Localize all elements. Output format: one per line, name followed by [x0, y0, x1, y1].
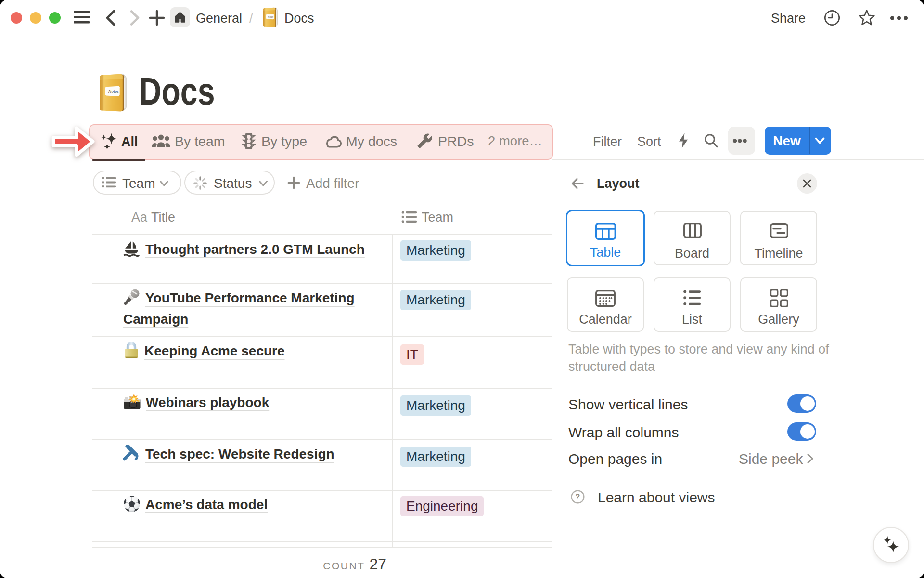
svg-text:Notes: Notes — [108, 89, 119, 94]
svg-text:?: ? — [576, 493, 580, 501]
svg-text:Notes: Notes — [267, 15, 273, 18]
